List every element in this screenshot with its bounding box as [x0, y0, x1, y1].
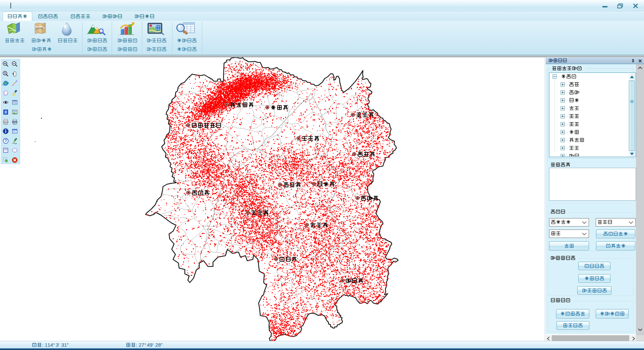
svg-text:1: 1 [45, 342, 47, 348]
svg-text:″: ″ [67, 342, 69, 348]
svg-text:2: 2 [155, 342, 158, 348]
svg-text:9: 9 [150, 342, 152, 348]
svg-text::: : [42, 342, 43, 348]
svg-text:?: ? [4, 139, 7, 143]
svg-text:4: 4 [50, 342, 53, 348]
svg-text:3: 3 [61, 342, 64, 348]
svg-text:1: 1 [64, 342, 67, 348]
svg-text:″: ″ [161, 342, 163, 348]
svg-text:°: ° [53, 342, 55, 348]
svg-text:′: ′ [153, 342, 154, 348]
svg-text:4: 4 [147, 342, 150, 348]
svg-text:7: 7 [142, 342, 144, 348]
svg-text::: : [136, 342, 137, 348]
svg-text:3: 3 [56, 342, 58, 348]
svg-text:°: ° [144, 342, 146, 348]
svg-text:2: 2 [139, 342, 141, 348]
svg-text:′: ′ [59, 342, 60, 348]
svg-text:8: 8 [158, 342, 161, 348]
svg-text:1: 1 [48, 342, 50, 348]
